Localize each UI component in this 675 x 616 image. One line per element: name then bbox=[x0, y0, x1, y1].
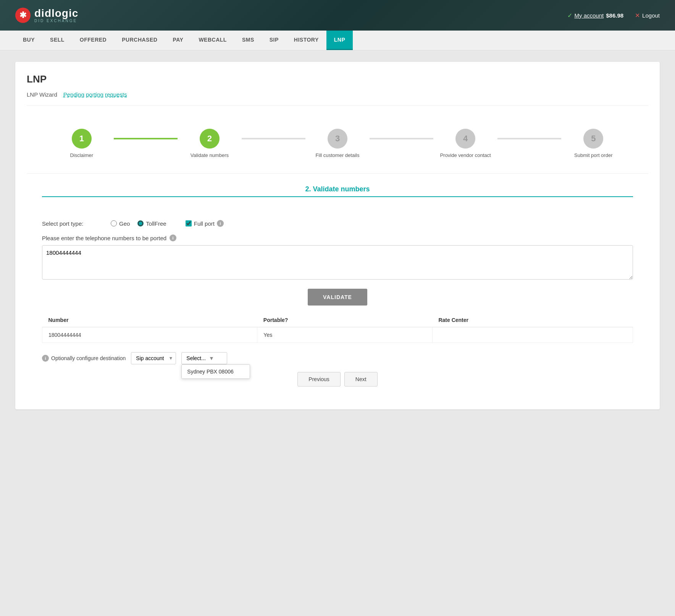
form-section: 2. Validate numbers Select port type: Ge… bbox=[27, 174, 648, 398]
step-connector-2-3 bbox=[242, 138, 306, 139]
select-trigger-label: Select... bbox=[186, 355, 206, 361]
x-icon: ✕ bbox=[635, 12, 640, 19]
logo-area: ✱ didlogic DID EXCHANGE bbox=[15, 8, 78, 23]
fullport-checkbox-item[interactable]: Full port i bbox=[186, 220, 224, 227]
step-label-1: Disclaimer bbox=[70, 152, 93, 158]
logout-button[interactable]: ✕ Logout bbox=[635, 12, 660, 19]
tollfree-radio[interactable] bbox=[137, 220, 144, 226]
tollfree-radio-item[interactable]: TollFree bbox=[137, 220, 166, 227]
nav-webcall[interactable]: WEBCALL bbox=[191, 31, 234, 50]
breadcrumb-current: LNP Wizard bbox=[27, 91, 57, 98]
sydney-pbx-option[interactable]: Sydney PBX 08006 bbox=[182, 365, 250, 378]
nav-pay[interactable]: PAY bbox=[165, 31, 191, 50]
steps-container: 1 Disclaimer 2 Validate numbers 3 Fill c… bbox=[27, 125, 648, 162]
select-trigger[interactable]: Select... ▼ bbox=[181, 352, 227, 364]
nav-buttons: Previous Next bbox=[42, 372, 633, 386]
select-dropdown-wrapper: Select... ▼ Sydney PBX 08006 bbox=[181, 352, 227, 364]
phone-section: Please enter the telephone numbers to be… bbox=[42, 234, 633, 281]
geo-radio-item[interactable]: Geo bbox=[111, 220, 130, 227]
page-title: LNP bbox=[27, 73, 648, 85]
nav-lnp[interactable]: LNP bbox=[326, 31, 353, 50]
step-label-3: Fill customer details bbox=[316, 152, 360, 158]
nav-sip[interactable]: SIP bbox=[262, 31, 286, 50]
port-type-label: Select port type: bbox=[42, 220, 103, 227]
logo-name: didlogic bbox=[34, 8, 78, 19]
step-label-4: Provide vendor contact bbox=[440, 152, 491, 158]
cell-rate-center bbox=[432, 327, 633, 343]
step-connector-1-2 bbox=[114, 138, 178, 139]
fullport-checkbox[interactable] bbox=[186, 220, 192, 226]
main-card: LNP LNP Wizard Pending porting requests … bbox=[15, 62, 660, 409]
sip-account-select[interactable]: Sip account bbox=[131, 352, 176, 364]
sip-account-dropdown-wrapper: Sip account ▼ bbox=[131, 352, 176, 364]
cell-portable: Yes bbox=[257, 327, 433, 343]
step-circle-5: 5 bbox=[583, 129, 603, 149]
nav-buy[interactable]: BUY bbox=[15, 31, 42, 50]
breadcrumb: LNP Wizard Pending porting requests bbox=[27, 91, 648, 106]
logo-sub: DID EXCHANGE bbox=[34, 19, 78, 23]
step-circle-1: 1 bbox=[72, 129, 92, 149]
validate-button[interactable]: VALIDATE bbox=[308, 289, 367, 306]
nav-history[interactable]: HISTORY bbox=[286, 31, 326, 50]
step-connector-4-5 bbox=[497, 138, 562, 139]
select-trigger-arrow: ▼ bbox=[209, 355, 214, 361]
step-1: 1 Disclaimer bbox=[50, 129, 114, 158]
table-row: 18004444444 Yes bbox=[42, 327, 633, 343]
step-circle-2: 2 bbox=[200, 129, 220, 149]
phone-label: Please enter the telephone numbers to be… bbox=[42, 234, 633, 241]
nav-sell[interactable]: SELL bbox=[42, 31, 72, 50]
step-3: 3 Fill customer details bbox=[305, 129, 370, 158]
step-circle-4: 4 bbox=[455, 129, 475, 149]
step-label-5: Submit port order bbox=[574, 152, 612, 158]
step-connector-3-4 bbox=[370, 138, 434, 139]
fullport-label: Full port bbox=[194, 220, 215, 227]
steps-section: 1 Disclaimer 2 Validate numbers 3 Fill c… bbox=[27, 117, 648, 174]
fullport-info-icon[interactable]: i bbox=[217, 220, 224, 227]
phone-textarea[interactable]: 18004444444 bbox=[42, 245, 633, 280]
section-title: 2. Validate numbers bbox=[42, 185, 633, 197]
step-label-2: Validate numbers bbox=[191, 152, 229, 158]
port-type-row: Select port type: Geo TollFree Full port… bbox=[42, 220, 633, 227]
destination-row: i Optionally configure destination Sip a… bbox=[42, 352, 633, 364]
col-number: Number bbox=[42, 313, 257, 327]
header-right: ✓ My account $86.98 ✕ Logout bbox=[567, 12, 660, 19]
step-2: 2 Validate numbers bbox=[178, 129, 242, 158]
phone-info-icon[interactable]: i bbox=[170, 234, 176, 241]
col-rate-center: Rate Center bbox=[432, 313, 633, 327]
step-circle-3: 3 bbox=[328, 129, 347, 149]
logo-text: didlogic DID EXCHANGE bbox=[34, 8, 78, 23]
cell-number: 18004444444 bbox=[42, 327, 257, 343]
check-icon: ✓ bbox=[567, 12, 572, 19]
step-5: 5 Submit port order bbox=[561, 129, 625, 158]
geo-label: Geo bbox=[119, 220, 130, 227]
nav-purchased[interactable]: PURCHASED bbox=[114, 31, 165, 50]
header: ✱ didlogic DID EXCHANGE ✓ My account $86… bbox=[0, 0, 675, 31]
breadcrumb-pending-link[interactable]: Pending porting requests bbox=[63, 91, 127, 98]
nav-sms[interactable]: SMS bbox=[234, 31, 262, 50]
step-4: 4 Provide vendor contact bbox=[433, 129, 497, 158]
results-table: Number Portable? Rate Center 18004444444… bbox=[42, 313, 633, 343]
destination-text: Optionally configure destination bbox=[51, 355, 126, 361]
geo-radio[interactable] bbox=[111, 220, 117, 226]
col-portable: Portable? bbox=[257, 313, 433, 327]
select-dropdown-popup: Sydney PBX 08006 bbox=[181, 364, 250, 379]
logo-icon: ✱ bbox=[15, 8, 31, 23]
next-button[interactable]: Next bbox=[344, 372, 378, 386]
previous-button[interactable]: Previous bbox=[297, 372, 340, 386]
tollfree-label: TollFree bbox=[146, 220, 166, 227]
page-content: LNP LNP Wizard Pending porting requests … bbox=[0, 50, 675, 421]
account-link[interactable]: My account bbox=[575, 12, 604, 19]
logout-label: Logout bbox=[642, 12, 660, 19]
balance: $86.98 bbox=[606, 12, 623, 19]
account-info: ✓ My account $86.98 bbox=[567, 12, 624, 19]
destination-label: i Optionally configure destination bbox=[42, 355, 126, 362]
destination-info-icon[interactable]: i bbox=[42, 355, 49, 362]
main-nav: BUY SELL OFFERED PURCHASED PAY WEBCALL S… bbox=[0, 31, 675, 50]
radio-group: Geo TollFree bbox=[111, 220, 166, 227]
nav-offered[interactable]: OFFERED bbox=[72, 31, 114, 50]
